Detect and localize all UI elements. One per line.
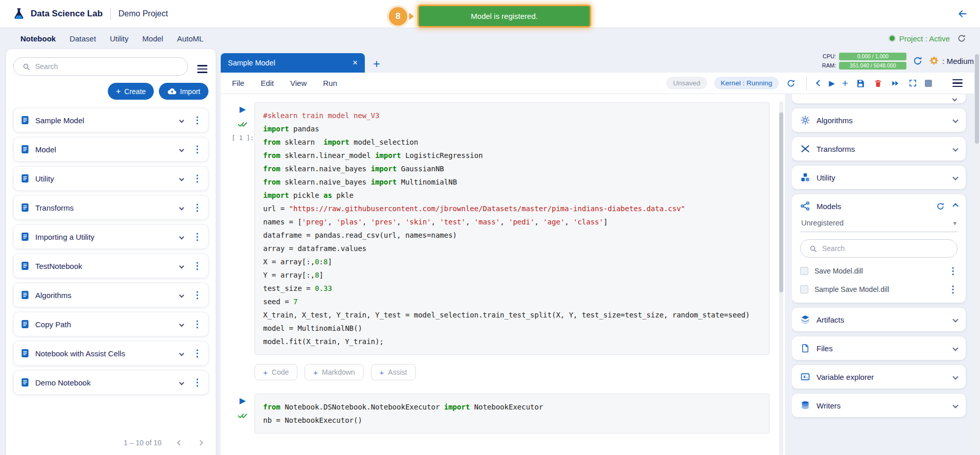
add-cell-button[interactable]: + — [842, 78, 848, 88]
code-line[interactable]: from sklearn.naive_bayes import Gaussian… — [263, 162, 761, 175]
code-line[interactable]: nb = NotebookExecutor() — [263, 414, 761, 427]
collapse-left-button[interactable] — [817, 81, 822, 85]
model-item[interactable]: Save Model.dill ⋮ — [792, 262, 966, 280]
code-line[interactable]: names = ['preg', 'plas', 'pres', 'skin',… — [263, 215, 761, 229]
run-all-button[interactable] — [890, 78, 900, 88]
tab-dataset[interactable]: Dataset — [69, 34, 96, 43]
notebook-list-item[interactable]: Transforms ⋮ — [13, 195, 208, 220]
code-line[interactable]: from Notebook.DSNotebook.NotebookExecuto… — [263, 400, 761, 414]
kebab-menu-icon[interactable]: ⋮ — [948, 266, 958, 276]
code-editor-area[interactable]: from Notebook.DSNotebook.NotebookExecuto… — [254, 394, 769, 434]
section-utility[interactable]: Utility — [792, 166, 966, 189]
instance-size[interactable]: : Medium — [929, 56, 974, 66]
code-line[interactable]: X = array[:,0:8] — [263, 255, 761, 268]
search-input[interactable] — [35, 62, 180, 71]
kebab-menu-icon[interactable]: ⋮ — [948, 285, 958, 294]
models-search-input[interactable] — [822, 244, 950, 253]
model-checkbox[interactable] — [800, 285, 808, 293]
kebab-menu-icon[interactable]: ⋮ — [193, 174, 202, 183]
import-button[interactable]: Import — [159, 83, 208, 100]
run-cell-button[interactable]: ▶ — [240, 104, 246, 114]
code-editor-area[interactable]: #sklearn train model new_V3import pandas… — [254, 102, 769, 355]
code-line[interactable]: from sklearn import model_selection — [263, 135, 761, 149]
refresh-models-button[interactable] — [935, 201, 945, 211]
chevron-down-icon[interactable] — [179, 263, 184, 268]
run-cell-button[interactable]: ▶ — [240, 396, 246, 405]
notebook-list-item[interactable]: Importing a Utility ⋮ — [13, 224, 208, 249]
code-line[interactable]: model.fit(X_train, Y_train); — [263, 335, 761, 348]
model-checkbox[interactable] — [800, 267, 808, 275]
kebab-menu-icon[interactable]: ⋮ — [193, 320, 202, 329]
models-header[interactable]: Models — [792, 194, 966, 218]
pagination-next-icon[interactable] — [197, 440, 203, 445]
kebab-menu-icon[interactable]: ⋮ — [193, 290, 202, 300]
tab-model[interactable]: Model — [143, 34, 164, 43]
kebab-menu-icon[interactable]: ⋮ — [193, 232, 202, 241]
section-variable-explorer[interactable]: Variable explorer — [792, 365, 966, 389]
code-line[interactable]: Y = array[:,8] — [263, 268, 761, 282]
code-line[interactable]: from sklearn.linear_model import Logisti… — [263, 149, 761, 162]
create-button[interactable]: + Create — [108, 83, 154, 100]
back-button[interactable] — [958, 9, 968, 19]
code-line[interactable]: dataframe = pandas.read_csv(url, names=n… — [263, 229, 761, 242]
notebook-list-item[interactable]: Algorithms ⋮ — [13, 283, 208, 307]
delete-button[interactable] — [873, 78, 883, 88]
kebab-menu-icon[interactable]: ⋮ — [193, 203, 202, 212]
kebab-menu-icon[interactable]: ⋮ — [193, 378, 202, 387]
sidebar-menu-button[interactable] — [196, 59, 208, 74]
chevron-down-icon[interactable] — [179, 205, 184, 210]
save-button[interactable] — [855, 78, 866, 88]
scrollbar-thumb[interactable] — [779, 112, 783, 292]
chevron-down-icon[interactable] — [179, 118, 184, 123]
restart-kernel-button[interactable] — [786, 78, 796, 88]
section-algorithms[interactable]: Algorithms — [792, 108, 966, 132]
code-line[interactable]: seed = 7 — [263, 295, 761, 308]
chevron-down-icon[interactable] — [179, 322, 184, 327]
section-artifacts[interactable]: Artifacts — [792, 308, 966, 331]
tab-notebook[interactable]: Notebook — [20, 34, 56, 43]
notebook-list-item[interactable]: Utility ⋮ — [13, 166, 208, 191]
chevron-down-icon[interactable] — [179, 234, 184, 239]
scrollbar-thumb[interactable] — [975, 54, 979, 144]
add-code-cell-button[interactable]: + Code — [254, 364, 297, 380]
model-filter-select[interactable]: Unregistered ▾ — [800, 218, 958, 232]
add-assist-cell-button[interactable]: + Assist — [371, 364, 416, 380]
fullscreen-button[interactable] — [907, 78, 918, 88]
stop-button[interactable] — [925, 80, 932, 87]
chevron-down-icon[interactable] — [179, 176, 184, 181]
sync-project-button[interactable] — [956, 33, 967, 43]
add-markdown-cell-button[interactable]: + Markdown — [305, 364, 363, 380]
chevron-down-icon[interactable] — [179, 147, 184, 152]
chevron-down-icon[interactable] — [179, 380, 184, 385]
close-tab-icon[interactable]: × — [353, 58, 358, 68]
code-line[interactable]: X_train, X_test, Y_train, Y_test = model… — [263, 308, 761, 322]
pagination-prev-icon[interactable] — [177, 440, 182, 445]
section-writers[interactable]: Writers — [792, 394, 966, 417]
chevron-down-icon[interactable] — [179, 292, 184, 298]
tab-utility[interactable]: Utility — [110, 34, 129, 43]
notebook-list-item[interactable]: Copy Path ⋮ — [13, 312, 208, 336]
notebook-list-item[interactable]: TestNotebook ⋮ — [13, 254, 208, 278]
chevron-down-icon[interactable] — [179, 351, 184, 356]
notebook-list-item[interactable]: Notebook with Assist Cells ⋮ — [13, 341, 208, 366]
open-notebook-tab[interactable]: Sample Model × — [221, 53, 365, 73]
code-line[interactable]: model = MultinomialNB() — [263, 322, 761, 335]
kebab-menu-icon[interactable]: ⋮ — [193, 116, 202, 125]
notebook-list-item[interactable]: Demo Notebook ⋮ — [13, 370, 208, 395]
code-line[interactable]: from sklearn.naive_bayes import Multinom… — [263, 175, 761, 189]
section-transforms[interactable]: Transforms — [792, 137, 966, 161]
menu-edit[interactable]: Edit — [261, 79, 274, 87]
menu-file[interactable]: File — [232, 79, 244, 87]
refresh-resources-button[interactable] — [913, 56, 923, 66]
editor-scrollbar[interactable] — [779, 101, 783, 455]
model-item[interactable]: Sample Save Model.dill ⋮ — [792, 280, 966, 299]
tab-automl[interactable]: AutoML — [177, 34, 203, 43]
kebab-menu-icon[interactable]: ⋮ — [193, 145, 202, 154]
menu-view[interactable]: View — [290, 79, 307, 87]
notebook-list-item[interactable]: Model ⋮ — [13, 137, 208, 162]
menu-run[interactable]: Run — [323, 79, 337, 87]
code-line[interactable]: test_size = 0.33 — [263, 282, 761, 295]
code-line[interactable]: url = "https://raw.githubusercontent.com… — [263, 202, 761, 215]
section-files[interactable]: Files — [792, 336, 966, 360]
code-line[interactable]: import pickle as pkle — [263, 189, 761, 202]
